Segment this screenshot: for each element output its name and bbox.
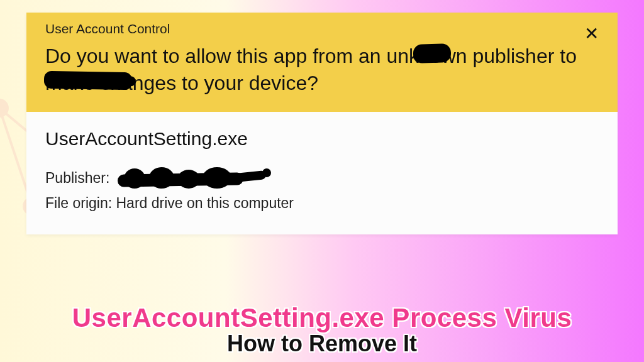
- close-icon: ✕: [584, 24, 599, 43]
- app-name: UserAccountSetting.exe: [45, 128, 599, 150]
- publisher-label: Publisher:: [45, 170, 109, 186]
- file-origin-label: File origin:: [45, 195, 112, 211]
- caption-line-2: How to Remove It: [0, 331, 644, 357]
- thumbnail-background: User Account Control ✕ Do you want to al…: [0, 0, 644, 362]
- file-origin-line: File origin: Hard drive on this computer: [45, 195, 599, 212]
- redaction-mark: [413, 43, 451, 63]
- uac-body: UserAccountSetting.exe Publisher: File o…: [26, 112, 618, 234]
- redaction-mark: [44, 71, 132, 90]
- caption-line-1: UserAccountSetting.exe Process Virus: [0, 303, 644, 333]
- uac-title: User Account Control: [45, 21, 599, 36]
- thumbnail-caption: UserAccountSetting.exe Process Virus How…: [0, 303, 644, 357]
- publisher-line: Publisher:: [45, 168, 599, 190]
- uac-prompt-text: Do you want to allow this app from an un…: [45, 43, 599, 97]
- uac-header: User Account Control ✕ Do you want to al…: [26, 13, 618, 112]
- svg-point-6: [0, 100, 8, 116]
- redaction-mark: [118, 168, 275, 190]
- close-button[interactable]: ✕: [581, 24, 601, 44]
- file-origin-value: Hard drive on this computer: [116, 195, 294, 211]
- uac-dialog: User Account Control ✕ Do you want to al…: [26, 13, 618, 234]
